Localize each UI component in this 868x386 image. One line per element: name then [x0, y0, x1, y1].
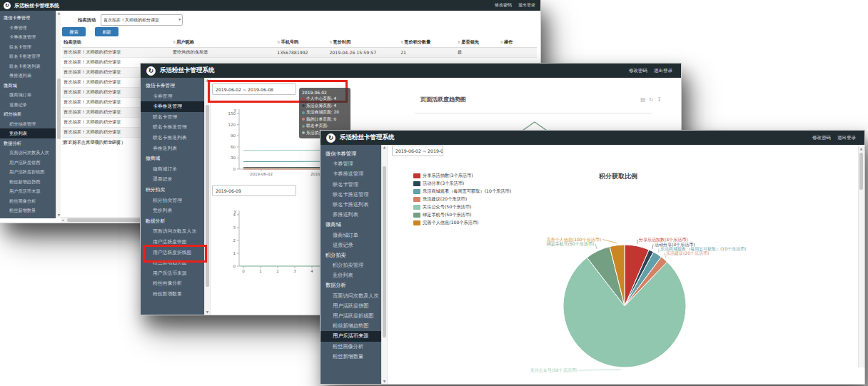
auction-select[interactable]: 首次拍卖！大师级的积分课堂 ▾ — [101, 14, 183, 26]
scroll-up-icon[interactable]: ▲ — [859, 146, 864, 151]
sidebar-item-6[interactable]: 微商城订单 — [141, 164, 204, 175]
sidebar-item-8[interactable]: 积分拍卖管理 — [141, 195, 204, 206]
sidebar-item-2[interactable]: 联名卡管理 — [141, 112, 204, 123]
date-single-input[interactable] — [212, 185, 296, 196]
sidebar-item-15[interactable]: 粉丝画像分析 — [321, 342, 381, 352]
logout-link[interactable]: 退出登录 — [518, 2, 535, 9]
sidebar-item-5[interactable]: 券推送列表 — [321, 210, 381, 220]
sidebar-item-2[interactable]: 联名卡管理 — [321, 180, 381, 190]
legend-item-4[interactable]: 关注公众号(50个乐活币) — [413, 203, 511, 211]
sidebar-item-2[interactable]: 联名卡管理 — [0, 42, 56, 52]
sidebar-item-3[interactable]: 联名卡推送管理 — [0, 51, 56, 61]
sidebar-item-4[interactable]: 联名卡推送列表 — [321, 200, 381, 210]
legend-item-0[interactable]: 分享乐活拍数(3个乐活币) — [413, 172, 511, 180]
legend-item-6[interactable]: 完善个人信息(100个乐活币) — [413, 219, 511, 227]
sidebar-item-1[interactable]: 卡券推送管理 — [141, 101, 204, 112]
change-password-link[interactable]: 修改密码 — [495, 2, 512, 9]
legend-item-1[interactable]: 活动分享(3个乐活币) — [413, 180, 511, 188]
data-view-icon[interactable]: ▤ — [640, 96, 645, 103]
column-header-3[interactable]: ⇅竞价时间 — [328, 38, 399, 48]
legend-item-5[interactable]: 绑定手机号(50个乐活币) — [413, 211, 511, 219]
sidebar-item-5[interactable]: 券推送列表 — [141, 143, 204, 154]
sidebar-item-13[interactable]: 粉丝新增趋势图 — [0, 177, 56, 187]
window-vertical-scrollbar[interactable]: ▲ — [858, 146, 864, 367]
scrollbar-thumb[interactable] — [206, 105, 209, 287]
refresh-button[interactable]: 刷新 — [95, 27, 118, 36]
sidebar-section-3[interactable]: 数据分析 — [321, 280, 381, 290]
sidebar-section-0[interactable]: 微信卡券管理 — [0, 13, 56, 23]
sidebar-item-12[interactable]: 用户活跃度折线图 — [141, 248, 204, 258]
sidebar-item-7[interactable]: 退票记录 — [141, 174, 204, 185]
sidebar-item-6[interactable]: 微商城订单 — [321, 230, 381, 240]
change-password-link[interactable]: 修改密码 — [812, 135, 831, 141]
sidebar-item-3[interactable]: 联名卡推送管理 — [321, 190, 381, 200]
sidebar-item-15[interactable]: 粉丝画像分析 — [141, 278, 204, 289]
sidebar-item-3[interactable]: 联名卡推送管理 — [141, 122, 204, 133]
column-header-6[interactable]: ⇅操作 — [499, 38, 537, 48]
sidebar-item-4[interactable]: 联名卡推送列表 — [0, 61, 56, 71]
sidebar-item-0[interactable]: 卡券管理 — [0, 23, 56, 33]
sidebar-item-14[interactable]: 用户乐活币来源 — [141, 268, 204, 279]
sidebar-item-12[interactable]: 用户活跃度折线图 — [321, 311, 381, 321]
column-header-5[interactable]: ⇅是否领先 — [456, 38, 499, 48]
sidebar-item-7[interactable]: 退票记录 — [321, 240, 381, 250]
sidebar-item-14[interactable]: 用户乐活币来源 — [321, 331, 381, 341]
legend-item-2[interactable]: 乐活商城观看（每周五可获取）(10个乐活币) — [413, 188, 511, 195]
sidebar-item-10[interactable]: 页面访问次数及人次 — [0, 148, 56, 158]
date-range-input[interactable] — [392, 146, 443, 156]
sidebar-item-13[interactable]: 粉丝新增趋势图 — [321, 321, 381, 331]
sidebar-section-1[interactable]: 微商城 — [321, 220, 381, 230]
logout-link[interactable]: 退出登录 — [837, 135, 856, 141]
sidebar-item-7[interactable]: 退票记录 — [0, 100, 56, 110]
sidebar-item-15[interactable]: 粉丝画像分析 — [0, 196, 56, 206]
sidebar-item-16[interactable]: 粉丝新增数量 — [321, 352, 381, 362]
scroll-down-icon[interactable]: ▼ — [205, 310, 210, 315]
search-button[interactable]: 搜索 — [62, 27, 86, 36]
sidebar-item-5[interactable]: 券推送列表 — [0, 71, 56, 81]
sidebar-item-10[interactable]: 页面访问次数及人次 — [321, 291, 381, 301]
sidebar-item-1[interactable]: 卡券推送管理 — [321, 169, 381, 179]
sidebar-section-2[interactable]: 积分拍卖 — [0, 109, 56, 119]
sidebar-item-0[interactable]: 卡券管理 — [141, 91, 204, 102]
sidebar-section-0[interactable]: 微信卡券管理 — [141, 81, 204, 91]
legend-item-3[interactable]: 乐活建议(20个乐活币) — [413, 195, 511, 203]
sidebar-section-3[interactable]: 数据分析 — [0, 138, 56, 148]
sidebar-item-10[interactable]: 页面访问次数及人次 — [141, 226, 204, 237]
sidebar-item-16[interactable]: 粉丝新增数量 — [141, 289, 204, 300]
sidebar-item-9[interactable]: 竞价列表 — [0, 128, 56, 138]
date-range-input[interactable] — [212, 83, 296, 95]
sidebar-item-11[interactable]: 用户活跃度饼图 — [321, 301, 381, 311]
sidebar-item-4[interactable]: 联名卡推送列表 — [141, 133, 204, 143]
sidebar-item-8[interactable]: 积分拍卖管理 — [0, 119, 56, 129]
column-header-1[interactable]: ⇅用户昵称 — [171, 38, 276, 48]
sidebar-item-16[interactable]: 粉丝新增数量 — [0, 205, 56, 215]
content-vertical-scrollbar[interactable]: ▲ ▼ — [204, 78, 211, 315]
sidebar-section-2[interactable]: 积分拍卖 — [321, 250, 381, 260]
sidebar-item-0[interactable]: 卡券管理 — [321, 159, 381, 169]
sidebar-section-3[interactable]: 数据分析 — [141, 216, 204, 227]
sidebar-item-1[interactable]: 卡券推送管理 — [0, 32, 56, 42]
change-password-link[interactable]: 修改密码 — [629, 68, 647, 74]
download-icon[interactable]: ↧ — [657, 96, 661, 103]
sidebar-section-1[interactable]: 微商城 — [141, 153, 204, 164]
sidebar-item-11[interactable]: 用户活跃度饼图 — [0, 158, 56, 168]
scroll-up-icon[interactable]: ▲ — [205, 78, 210, 83]
sidebar-item-9[interactable]: 竞价列表 — [321, 270, 381, 280]
sidebar-section-1[interactable]: 微商城 — [0, 81, 56, 91]
sidebar-section-0[interactable]: 微信卡券管理 — [321, 149, 381, 159]
column-header-2[interactable]: ⇅手机号码 — [276, 38, 328, 48]
sidebar-item-11[interactable]: 用户活跃度饼图 — [141, 237, 204, 248]
sidebar-item-8[interactable]: 积分拍卖管理 — [321, 260, 381, 270]
column-header-4[interactable]: ⇅竞价积分数量 — [399, 38, 456, 48]
scroll-left-icon[interactable]: ◄ — [61, 218, 64, 223]
column-header-0[interactable]: 拍卖活动 — [62, 38, 171, 48]
logout-link[interactable]: 退出登录 — [654, 68, 672, 74]
sidebar-item-9[interactable]: 竞价列表 — [141, 205, 204, 216]
sidebar-item-12[interactable]: 用户活跃度折线图 — [0, 167, 56, 177]
sidebar-item-6[interactable]: 微商城订单 — [0, 90, 56, 100]
sidebar-item-13[interactable]: 粉丝新增趋势图 — [141, 258, 204, 268]
refresh-icon[interactable]: ↻ — [649, 96, 653, 103]
sidebar-item-14[interactable]: 用户乐活币来源 — [0, 186, 56, 196]
sidebar-section-2[interactable]: 积分拍卖 — [141, 185, 204, 195]
scrollbar-thumb[interactable] — [859, 153, 863, 190]
